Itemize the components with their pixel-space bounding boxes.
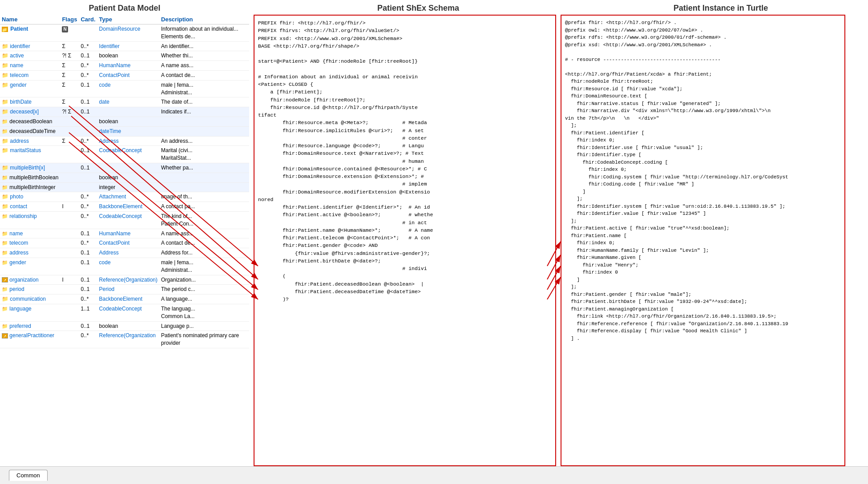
row-name: ↗ organization (0, 275, 60, 285)
table-row: 📁 maritalStatus 0..1 CodeableConcept Mar… (0, 146, 249, 163)
table-row: 📁 relationship 0..* CodeableConcept The … (0, 211, 249, 229)
row-flags: I (60, 275, 79, 285)
row-type: CodeableConcept (97, 211, 159, 229)
row-flags: N (60, 24, 79, 42)
row-desc: A name ass... (159, 61, 249, 71)
row-card: 0..1 (79, 51, 97, 61)
table-row: 📁 communication 0..* BackboneElement A l… (0, 294, 249, 304)
row-type: HumanName (97, 229, 159, 238)
row-card: 1..1 (79, 304, 97, 321)
ext-icon: ↗ (2, 333, 8, 339)
row-name: ↗ generalPractitioner (0, 331, 60, 348)
row-type: code (97, 80, 159, 97)
row-card (79, 126, 97, 136)
row-desc: The languag...Common La... (159, 304, 249, 321)
row-type: boolean (97, 117, 159, 126)
row-name: 📁 gender (0, 258, 60, 275)
row-type: integer (97, 182, 159, 192)
row-card: 0..1 (79, 321, 97, 331)
row-desc: A name ass... (159, 229, 249, 238)
row-desc: A language... (159, 294, 249, 304)
row-desc: Indicates if... (159, 107, 249, 117)
name-link[interactable]: Patient (10, 26, 28, 32)
row-name: 📁 deceased[x] (0, 107, 60, 117)
row-name: 📁 name (0, 61, 60, 71)
row-type (97, 107, 159, 117)
col-desc: Description (159, 15, 249, 24)
row-card: 0..1 (79, 229, 97, 238)
row-flags: Σ (60, 70, 79, 80)
row-card: 0..1 (79, 146, 97, 163)
row-name: 📁 address (0, 136, 60, 146)
row-type: BackboneElement (97, 202, 159, 212)
row-desc: The period c... (159, 285, 249, 294)
ext-icon: ↗ (2, 277, 8, 282)
title-patient-shex: Patient ShEx Schema (377, 4, 459, 12)
row-type: Attachment (97, 192, 159, 202)
table-row: 📁 active ?! Σ 0..1 boolean Whether thi..… (0, 51, 249, 61)
row-desc: Address for... (159, 248, 249, 258)
row-name: 📁 active (0, 51, 60, 61)
row-name: 📁 Patient (0, 24, 60, 42)
sub-name: deceasedBoolean (9, 118, 52, 125)
row-type: DomainResource (97, 24, 159, 42)
row-type (97, 163, 159, 173)
row-desc: The date of... (159, 97, 249, 107)
table-row: 📁 Patient N DomainResource Information a… (0, 24, 249, 42)
row-desc: A contact pa... (159, 202, 249, 212)
row-desc: Whether thi... (159, 51, 249, 61)
sub-name: multipleBirthBoolean (9, 174, 58, 181)
bottom-bar: Common (0, 466, 868, 484)
row-name: 📁 deceasedDateTime (0, 126, 60, 136)
row-name: 📁 maritalStatus (0, 146, 60, 163)
row-desc: male | fema...Administrat... (159, 80, 249, 97)
row-flags: Σ (60, 61, 79, 71)
row-name: 📁 deceasedBoolean (0, 117, 60, 126)
row-flags: Σ (60, 80, 79, 97)
table-row: 📁 telecom 0..* ContactPoint A contact de… (0, 238, 249, 248)
row-name: 📁 contact (0, 202, 60, 212)
row-name: 📁 multipleBirthInteger (0, 182, 60, 192)
row-name: 📁 identifier (0, 41, 60, 51)
row-desc: Organization... (159, 275, 249, 285)
row-type: boolean (97, 321, 159, 331)
row-desc (159, 126, 249, 136)
table-row: 📁 deceased[x] ?! Σ 0..1 Indicates if... (0, 107, 249, 117)
sub-name: deceasedDateTime (9, 128, 56, 134)
title-patient-data-model: Patient Data Model (89, 4, 160, 12)
row-type: Identifier (97, 41, 159, 51)
row-type: CodeableConcept (97, 304, 159, 321)
table-row: 📁 name 0..1 HumanName A name ass... (0, 229, 249, 238)
row-desc: Image of th... (159, 192, 249, 202)
row-desc (159, 117, 249, 126)
row-card: 0..* (79, 294, 97, 304)
col-type: Type (97, 15, 159, 24)
table-row: 📁 deceasedBoolean boolean (0, 117, 249, 126)
headers-row: Patient Data Model Patient ShEx Schema P… (0, 0, 868, 15)
row-card: 0..1 (79, 97, 97, 107)
row-flags: Σ (60, 41, 79, 51)
table-row: ↗ organization I 0..1 Reference(Organiza… (0, 275, 249, 285)
row-flags: Σ (60, 97, 79, 107)
row-type: boolean (97, 51, 159, 61)
header-turtle: Patient Instance in Turtle (578, 4, 863, 13)
row-card: 0..* (79, 202, 97, 212)
row-type: boolean (97, 173, 159, 182)
table-row: 📁 contact I 0..* BackboneElement A conta… (0, 202, 249, 212)
row-card: 0..1 (79, 258, 97, 275)
row-card: 0..1 (79, 163, 97, 173)
table-row: 📁 multipleBirth[x] 0..1 Whether pa... (0, 163, 249, 173)
row-card: 0..1 (79, 275, 97, 285)
row-type: ContactPoint (97, 70, 159, 80)
bottom-tab-common[interactable]: Common (9, 470, 48, 481)
row-name: 📁 name (0, 229, 60, 238)
row-name: 📁 telecom (0, 238, 60, 248)
row-type: BackboneElement (97, 294, 159, 304)
header-patient-data: Patient Data Model (0, 4, 249, 13)
row-name: 📁 language (0, 304, 60, 321)
row-flags: I (60, 202, 79, 212)
table-row: 📁 multipleBirthBoolean boolean (0, 173, 249, 182)
row-type: code (97, 258, 159, 275)
row-card: 0..* (79, 238, 97, 248)
row-type: Period (97, 285, 159, 294)
